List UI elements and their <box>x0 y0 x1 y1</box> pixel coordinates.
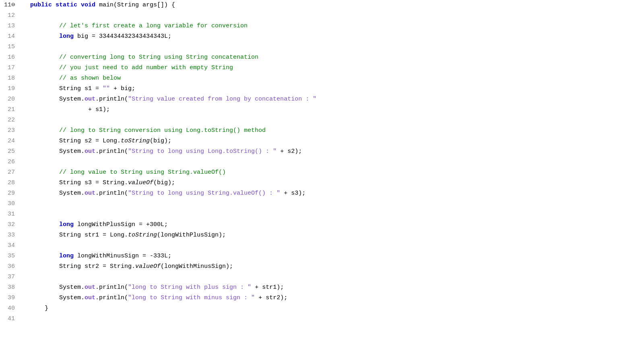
code-line-15 <box>30 42 644 52</box>
code-line-21: + s1); <box>30 105 644 115</box>
line-num-33: 33 <box>0 230 18 241</box>
line-num-31: 31 <box>0 209 18 220</box>
line-num-28: 28 <box>0 178 18 188</box>
code-content: public static void main(String args[]) {… <box>22 0 644 360</box>
code-line-33: String str1 = Long.toString(longWithPlus… <box>30 230 644 241</box>
code-line-20: System.out.println("String value created… <box>30 94 644 105</box>
code-line-30 <box>30 199 644 209</box>
line-num-12: 12 <box>0 10 18 21</box>
code-line-39: System.out.println("long to String with … <box>30 293 644 303</box>
line-num-39: 39 <box>0 293 18 303</box>
code-line-19: String s1 = "" + big; <box>30 84 644 94</box>
line-num-11: 11⊖ <box>0 0 18 10</box>
line-num-37: 37 <box>0 272 18 282</box>
line-num-15: 15 <box>0 42 18 52</box>
code-line-34 <box>30 241 644 251</box>
code-line-40: } <box>30 303 644 314</box>
line-num-38: 38 <box>0 282 18 293</box>
code-line-13: // let's first create a long variable fo… <box>30 21 644 31</box>
code-line-35: long longWithMinusSign = -333L; <box>30 251 644 261</box>
code-line-38: System.out.println("long to String with … <box>30 282 644 293</box>
code-line-26 <box>30 157 644 167</box>
line-num-14: 14 <box>0 31 18 42</box>
code-line-22 <box>30 115 644 125</box>
line-num-35: 35 <box>0 251 18 261</box>
code-line-23: // long to String conversion using Long.… <box>30 125 644 136</box>
code-editor: 11⊖ 12 13 14 15 16 17 18 19 20 21 22 23 … <box>0 0 644 360</box>
line-numbers: 11⊖ 12 13 14 15 16 17 18 19 20 21 22 23 … <box>0 0 22 360</box>
code-line-12 <box>30 10 644 21</box>
code-line-31 <box>30 209 644 220</box>
line-num-23: 23 <box>0 125 18 136</box>
line-num-26: 26 <box>0 157 18 167</box>
line-num-17: 17 <box>0 63 18 73</box>
line-num-27: 27 <box>0 167 18 178</box>
code-line-17: // you just need to add number with empt… <box>30 63 644 73</box>
code-line-14: long big = 334434432343434343L; <box>30 31 644 42</box>
line-num-36: 36 <box>0 261 18 272</box>
line-num-40: 40 <box>0 303 18 314</box>
code-line-36: String str2 = String.valueOf(longWithMin… <box>30 261 644 272</box>
line-num-41: 41 <box>0 314 18 324</box>
code-line-28: String s3 = String.valueOf(big); <box>30 178 644 188</box>
line-num-20: 20 <box>0 94 18 105</box>
line-num-18: 18 <box>0 73 18 84</box>
line-num-29: 29 <box>0 188 18 199</box>
line-num-19: 19 <box>0 84 18 94</box>
code-line-29: System.out.println("String to long using… <box>30 188 644 199</box>
code-line-32: long longWithPlusSign = +300L; <box>30 220 644 230</box>
code-line-24: String s2 = Long.toString(big); <box>30 136 644 146</box>
line-num-34: 34 <box>0 241 18 251</box>
code-line-11: public static void main(String args[]) { <box>30 0 644 10</box>
code-line-37 <box>30 272 644 282</box>
line-num-32: 32 <box>0 220 18 230</box>
code-line-16: // converting long to String using Strin… <box>30 52 644 63</box>
line-num-25: 25 <box>0 146 18 157</box>
code-line-27: // long value to String using String.val… <box>30 167 644 178</box>
code-line-18: // as shown below <box>30 73 644 84</box>
code-line-25: System.out.println("String to long using… <box>30 146 644 157</box>
line-num-21: 21 <box>0 105 18 115</box>
line-num-30: 30 <box>0 199 18 209</box>
code-line-41 <box>30 314 644 324</box>
line-num-24: 24 <box>0 136 18 146</box>
line-num-22: 22 <box>0 115 18 125</box>
line-num-16: 16 <box>0 52 18 63</box>
line-num-13: 13 <box>0 21 18 31</box>
